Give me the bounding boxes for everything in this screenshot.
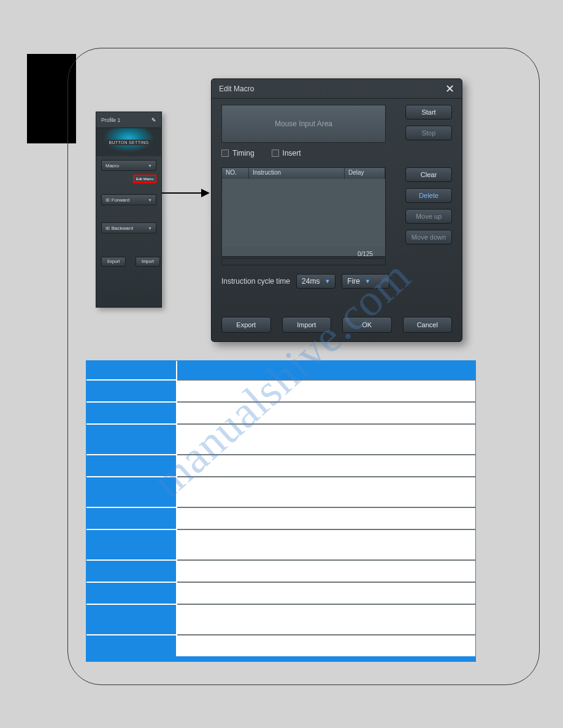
table-feature-label: [86, 507, 177, 529]
table-row: [86, 379, 475, 401]
cycle-time-label: Instruction cycle time: [221, 277, 290, 286]
panel-header-graphic: BUTTON SETTING: [96, 128, 161, 156]
chevron-down-icon: ▼: [148, 226, 152, 230]
table-row: [86, 361, 475, 379]
cancel-button[interactable]: Cancel: [403, 317, 453, 333]
col-instruction: Instruction: [249, 168, 345, 179]
table-feature-label: [86, 559, 177, 582]
table-feature-label: [86, 379, 177, 401]
mouse-input-label: Mouse Input Area: [275, 119, 332, 128]
table-row: [86, 423, 475, 454]
table-feature-desc: [177, 604, 475, 634]
table-feature-desc: [177, 423, 475, 454]
table-feature-label: [86, 361, 177, 379]
panel-import-button[interactable]: Import: [136, 257, 160, 267]
chevron-down-icon: ▼: [365, 278, 370, 284]
ie-forward-dropdown[interactable]: IE Forward ▼: [101, 194, 156, 205]
dialog-title: Edit Macro: [219, 85, 254, 93]
table-row: [86, 507, 475, 529]
table-feature-desc: [177, 559, 475, 582]
pencil-icon[interactable]: ✎: [151, 117, 156, 123]
instruction-table: NO. Instruction Delay: [221, 167, 386, 257]
fire-dropdown[interactable]: Fire ▼: [342, 274, 389, 289]
timing-label: Timing: [232, 149, 255, 157]
ie-forward-label: IE Forward: [105, 197, 129, 203]
col-no: NO.: [222, 168, 249, 179]
cycle-time-dropdown[interactable]: 24ms ▼: [296, 274, 335, 289]
table-feature-desc: [177, 529, 475, 559]
import-button[interactable]: Import: [282, 317, 332, 333]
table-feature-desc: [177, 454, 475, 476]
mouse-input-area[interactable]: Mouse Input Area: [221, 105, 386, 143]
col-delay: Delay: [345, 168, 385, 179]
instruction-count: 0/125: [358, 251, 373, 257]
table-feature-label: [86, 476, 177, 507]
move-up-button[interactable]: Move up: [405, 209, 452, 224]
chevron-down-icon: ▼: [148, 198, 152, 202]
button-setting-panel: Profile 1 ✎ BUTTON SETTING Macro ▼ Edit …: [96, 112, 162, 308]
table-feature-desc: [177, 634, 475, 656]
table-row: [86, 604, 475, 634]
chevron-down-icon: ▼: [324, 278, 330, 284]
table-feature-desc: [177, 476, 475, 507]
table-feature-label: [86, 529, 177, 559]
insert-label: Insert: [283, 149, 301, 157]
ok-button[interactable]: OK: [342, 317, 392, 333]
table-feature-desc: [177, 361, 475, 379]
table-row: [86, 476, 475, 507]
arrow-icon: [162, 187, 211, 199]
checkbox-icon: [221, 150, 229, 157]
chevron-down-icon: ▼: [148, 164, 152, 168]
table-feature-label: [86, 423, 177, 454]
timing-checkbox[interactable]: Timing: [221, 149, 255, 157]
feature-table: [86, 360, 476, 662]
edit-macro-dialog: Edit Macro ✕ Mouse Input Area Start Stop…: [211, 78, 462, 342]
table-feature-label: [86, 604, 177, 634]
table-feature-desc: [177, 379, 475, 401]
clear-button[interactable]: Clear: [405, 167, 452, 182]
stop-button[interactable]: Stop: [405, 126, 452, 140]
table-feature-desc: [177, 582, 475, 604]
cycle-time-value: 24ms: [302, 277, 320, 286]
macro-dropdown[interactable]: Macro ▼: [101, 160, 156, 171]
table-row: [86, 401, 475, 423]
fire-value: Fire: [347, 277, 360, 286]
checkbox-icon: [272, 150, 279, 157]
macro-dropdown-label: Macro: [105, 163, 119, 169]
export-button[interactable]: Export: [221, 317, 271, 333]
table-row: [86, 529, 475, 559]
delete-button[interactable]: Delete: [405, 188, 452, 203]
table-row: [86, 634, 475, 656]
start-button[interactable]: Start: [405, 105, 452, 119]
move-down-button[interactable]: Move down: [405, 230, 452, 245]
table-feature-label: [86, 582, 177, 604]
ie-backward-label: IE Backward: [105, 226, 133, 231]
scrollbar[interactable]: [221, 258, 386, 265]
panel-export-button[interactable]: Export: [101, 257, 126, 267]
table-feature-desc: [177, 401, 475, 423]
table-feature-desc: [177, 507, 475, 529]
close-icon[interactable]: ✕: [445, 82, 454, 96]
table-feature-label: [86, 454, 177, 476]
section-title: BUTTON SETTING: [107, 140, 150, 145]
instruction-list[interactable]: [222, 179, 385, 246]
table-row: [86, 559, 475, 582]
table-feature-label: [86, 401, 177, 423]
table-row: [86, 582, 475, 604]
profile-label: Profile 1: [101, 117, 120, 123]
table-row: [86, 454, 475, 476]
insert-checkbox[interactable]: Insert: [272, 149, 301, 157]
edit-macro-button[interactable]: Edit Macro: [133, 175, 156, 183]
ie-backward-dropdown[interactable]: IE Backward ▼: [101, 222, 156, 233]
table-feature-label: [86, 634, 177, 656]
